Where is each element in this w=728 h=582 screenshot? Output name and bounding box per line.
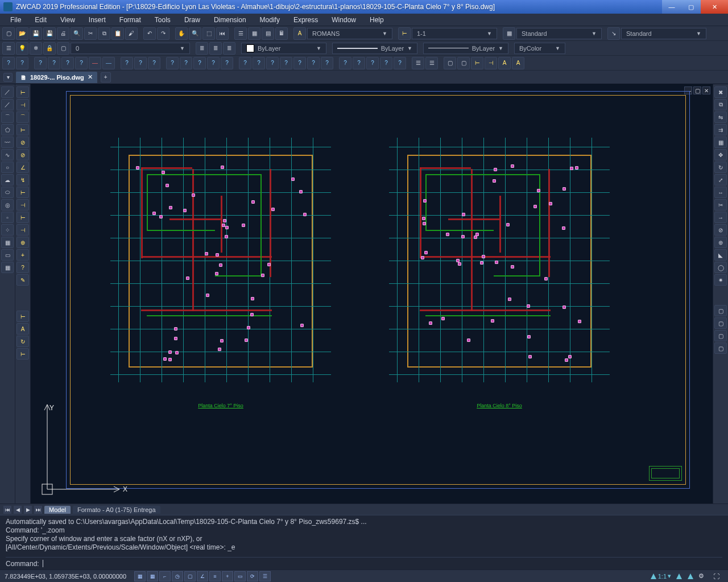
properties-icon[interactable]: ☰ — [234, 27, 247, 40]
menu-modify[interactable]: Modify — [253, 15, 287, 25]
help-icon[interactable]: ? — [134, 57, 147, 69]
tolerance-icon[interactable]: ⊕ — [16, 237, 29, 248]
polyline-icon[interactable]: 〰 — [1, 137, 14, 148]
tab-layout[interactable]: Formato - A0 (1-75) Entrega — [73, 506, 160, 514]
status-coords[interactable]: 7.823449E+03, 1.059735E+03, 0.00000000 — [5, 573, 130, 580]
close-tab-icon[interactable]: ✕ — [88, 73, 93, 81]
help-icon[interactable]: ? — [321, 57, 333, 69]
help-icon[interactable]: ? — [253, 57, 265, 69]
help-icon[interactable]: ? — [353, 57, 365, 69]
ellipse-icon[interactable]: ⬭ — [1, 187, 14, 198]
close-button[interactable]: ✕ — [701, 0, 728, 14]
arc-icon[interactable]: ⌒ — [1, 112, 14, 123]
textstyle-A-icon[interactable]: A — [293, 27, 306, 40]
dim-break-icon[interactable]: ⊣ — [16, 224, 29, 236]
tab-model[interactable]: Model — [44, 506, 71, 514]
lwt-toggle[interactable]: ≡ — [209, 571, 221, 581]
layer-states-icon[interactable]: ≣ — [209, 42, 222, 55]
dim-ang-icon[interactable]: ∠ — [16, 162, 29, 173]
point-icon[interactable]: ⁘ — [1, 224, 14, 236]
menu-view[interactable]: View — [53, 15, 82, 25]
workspace-switch-icon[interactable]: ⚙ — [698, 572, 709, 580]
help-icon[interactable]: ? — [266, 57, 279, 69]
help-icon[interactable]: ? — [193, 57, 206, 69]
linetype-combo[interactable]: ByLayer ▼ — [332, 43, 417, 54]
print-icon[interactable]: 🖨 — [57, 27, 69, 40]
dim-icon[interactable]: ⊣ — [485, 57, 497, 69]
break-icon[interactable]: ⊘ — [714, 224, 727, 236]
layer-bulb-icon[interactable]: 💡 — [16, 42, 28, 55]
clean-screen-icon[interactable]: ⛶ — [713, 573, 723, 580]
help-icon[interactable]: ? — [2, 57, 15, 69]
drawing-canvas[interactable]: — ▢ ✕ Planta Cielo 7° Piso Planta Cielo … — [31, 84, 713, 503]
redo-icon[interactable]: ↷ — [157, 27, 169, 40]
menu-tools[interactable]: Tools — [148, 15, 177, 25]
matchprop-icon[interactable]: 🖌 — [125, 27, 138, 40]
viewport-2-icon[interactable]: ▢ — [714, 317, 727, 329]
dim-space-icon[interactable]: ⊢ — [16, 212, 29, 223]
dim-jog-icon[interactable]: ↯ — [16, 174, 29, 185]
polygon-icon[interactable]: ⬠ — [1, 124, 14, 135]
maximize-button[interactable]: ▢ — [681, 0, 701, 14]
color-combo[interactable]: ByLayer ▼ — [241, 43, 326, 54]
new-tab-icon[interactable]: + — [101, 72, 111, 82]
extend-icon[interactable]: → — [714, 212, 727, 223]
design-center-icon[interactable]: ▦ — [248, 27, 260, 40]
dim-update-icon[interactable]: ↻ — [16, 336, 29, 347]
extra-toggle[interactable]: ☰ — [259, 571, 271, 581]
line-blue-icon[interactable]: — — [102, 57, 115, 69]
zoom-prev-icon[interactable]: ⏮ — [216, 27, 229, 40]
layer-prev-icon[interactable]: ≣ — [196, 42, 208, 55]
help-icon[interactable]: ? — [239, 57, 251, 69]
rotate-icon[interactable]: ↻ — [714, 162, 727, 173]
help-icon[interactable]: ? — [339, 57, 351, 69]
help-icon[interactable]: ? — [380, 57, 392, 69]
help-icon[interactable]: ? — [180, 57, 192, 69]
dyn-toggle[interactable]: + — [222, 571, 233, 581]
layer-manager-icon[interactable]: ☰ — [2, 42, 15, 55]
join-icon[interactable]: ⊕ — [714, 237, 727, 248]
tab-last-icon[interactable]: ⏭ — [34, 506, 42, 514]
menu-file[interactable]: File — [3, 15, 28, 25]
layer-combo[interactable]: 0 ▼ — [71, 43, 190, 54]
help-icon[interactable]: ? — [307, 57, 320, 69]
dim-inspect-icon[interactable]: ? — [16, 262, 29, 273]
menu-edit[interactable]: Edit — [28, 15, 53, 25]
help-icon[interactable]: ? — [207, 57, 220, 69]
layer-lock-icon[interactable]: 🔒 — [43, 42, 56, 55]
cut-icon[interactable]: ✂ — [84, 27, 97, 40]
undo-icon[interactable]: ↶ — [143, 27, 156, 40]
viewport-4-icon[interactable]: ▢ — [714, 342, 727, 354]
dim-linear-icon[interactable]: ⊢ — [16, 86, 29, 98]
polar-toggle[interactable]: ◷ — [172, 571, 183, 581]
dimstyle-icon[interactable]: ⊢ — [398, 27, 411, 40]
dim-cont-icon[interactable]: ⊣ — [16, 199, 29, 210]
line-red-icon[interactable]: — — [89, 57, 101, 69]
revcloud-icon[interactable]: ☁ — [1, 174, 14, 185]
help-icon[interactable]: ? — [148, 57, 160, 69]
menu-format[interactable]: Format — [113, 15, 148, 25]
help-icon[interactable]: ? — [293, 57, 306, 69]
trim-icon[interactable]: ✂ — [714, 199, 727, 210]
document-tab[interactable]: 🗎 18029-... Piso.dwg ✕ — [16, 72, 97, 83]
osnap-toggle[interactable]: ▢ — [184, 571, 196, 581]
menu-window[interactable]: Window — [325, 15, 363, 25]
dim-icon[interactable]: ⊢ — [471, 57, 483, 69]
spline-icon[interactable]: ∿ — [1, 149, 14, 160]
help-icon[interactable]: ? — [75, 57, 88, 69]
viewport-3-icon[interactable]: ▢ — [714, 330, 727, 341]
help-icon[interactable]: ? — [366, 57, 379, 69]
cycling-toggle[interactable]: ⟳ — [247, 571, 258, 581]
viewport-icon[interactable]: ▢ — [457, 57, 470, 69]
text-A-icon[interactable]: A — [498, 57, 511, 69]
move-icon[interactable]: ✥ — [714, 149, 727, 160]
copy-obj-icon[interactable]: ⧉ — [714, 99, 727, 110]
tab-first-icon[interactable]: ⏮ — [3, 506, 11, 514]
dim-text-icon[interactable]: A — [16, 323, 29, 335]
preview-icon[interactable]: 🔍 — [71, 27, 83, 40]
menu-express[interactable]: Express — [287, 15, 325, 25]
tab-prev-icon[interactable]: ◀ — [14, 506, 22, 514]
ortho-toggle[interactable]: ⌐ — [159, 571, 171, 581]
plotstyle-combo[interactable]: ByColor ▼ — [514, 43, 565, 54]
annoscale[interactable]: 1:1 ▾ — [650, 572, 671, 580]
